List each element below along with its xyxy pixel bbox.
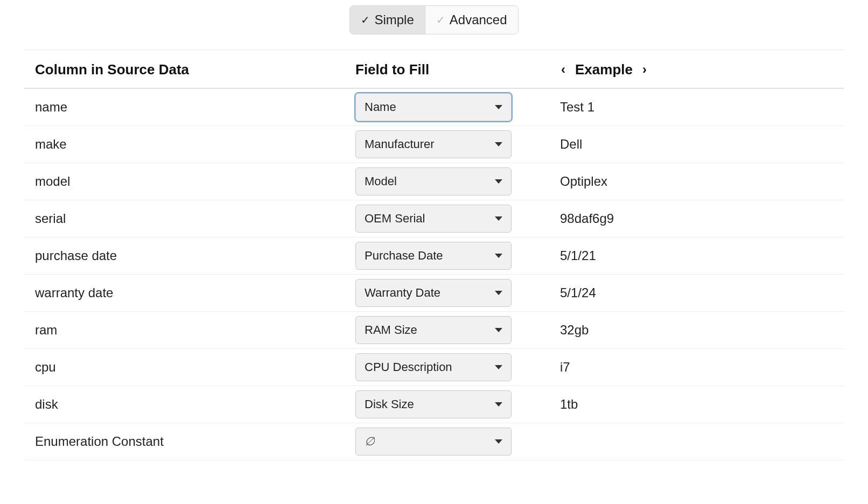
field-select-value: Purchase Date (365, 249, 443, 263)
chevron-down-icon (495, 439, 502, 444)
source-column-label: disk (24, 397, 355, 412)
field-select-value: Name (365, 100, 396, 114)
chevron-down-icon (495, 179, 502, 184)
chevron-down-icon (495, 328, 502, 332)
example-value: i7 (549, 360, 844, 375)
field-select-value: OEM Serial (365, 212, 425, 226)
table-row: Enumeration Constant∅ (24, 423, 844, 460)
source-column-label: purchase date (24, 248, 355, 263)
field-select[interactable]: Disk Size (355, 390, 512, 418)
chevron-down-icon (495, 216, 502, 221)
example-value: 98daf6g9 (549, 211, 844, 226)
table-row: diskDisk Size1tb (24, 386, 844, 423)
source-column-label: ram (24, 323, 355, 338)
example-value: 1tb (549, 397, 844, 412)
table-row: cpuCPU Descriptioni7 (24, 349, 844, 386)
field-select[interactable]: Warranty Date (355, 279, 512, 307)
tab-simple-label: Simple (374, 12, 414, 27)
table-row: purchase datePurchase Date5/1/21 (24, 237, 844, 275)
example-value: 5/1/21 (549, 248, 844, 263)
source-column-label: serial (24, 211, 355, 226)
field-select-value: CPU Description (365, 360, 452, 374)
field-select[interactable]: ∅ (355, 428, 512, 456)
field-select[interactable]: Model (355, 167, 512, 195)
example-next-button[interactable]: › (641, 61, 648, 78)
chevron-down-icon (495, 105, 502, 109)
tab-advanced-label: Advanced (450, 12, 507, 27)
example-value: Test 1 (549, 100, 844, 115)
check-icon: ✓ (436, 15, 445, 25)
example-prev-button[interactable]: ‹ (560, 61, 566, 78)
field-select-value: RAM Size (365, 323, 417, 337)
chevron-down-icon (495, 254, 502, 258)
chevron-down-icon (495, 291, 502, 295)
example-value: 5/1/24 (549, 285, 844, 300)
table-row: makeManufacturerDell (24, 126, 844, 163)
tab-simple[interactable]: ✓ Simple (350, 6, 424, 34)
field-select[interactable]: RAM Size (355, 316, 512, 344)
example-value: 32gb (549, 323, 844, 338)
field-select-value: Disk Size (365, 397, 414, 411)
table-row: warranty dateWarranty Date5/1/24 (24, 275, 844, 312)
chevron-down-icon (495, 142, 502, 146)
example-value: Optiplex (549, 174, 844, 189)
field-select[interactable]: OEM Serial (355, 205, 512, 233)
source-column-label: model (24, 174, 355, 189)
tab-advanced[interactable]: ✓ Advanced (425, 6, 518, 34)
field-select-value: Warranty Date (365, 286, 440, 300)
header-field: Field to Fill (355, 61, 549, 78)
source-column-label: Enumeration Constant (24, 434, 355, 449)
table-row: nameNameTest 1 (24, 89, 844, 126)
mapping-table: Column in Source Data Field to Fill ‹ Ex… (24, 50, 844, 460)
source-column-label: make (24, 137, 355, 152)
field-select[interactable]: Purchase Date (355, 242, 512, 270)
table-row: serialOEM Serial98daf6g9 (24, 200, 844, 237)
field-select[interactable]: Manufacturer (355, 130, 512, 158)
table-row: ramRAM Size32gb (24, 312, 844, 349)
field-select-value: Model (365, 174, 397, 188)
table-header: Column in Source Data Field to Fill ‹ Ex… (24, 50, 844, 89)
source-column-label: name (24, 100, 355, 115)
table-row: modelModelOptiplex (24, 163, 844, 200)
field-select-value: Manufacturer (365, 137, 435, 151)
source-column-label: warranty date (24, 285, 355, 300)
check-icon: ✓ (361, 15, 370, 25)
header-source: Column in Source Data (24, 61, 355, 78)
header-example: Example (575, 61, 633, 78)
chevron-down-icon (495, 365, 502, 369)
field-select-value: ∅ (365, 435, 375, 449)
field-select[interactable]: CPU Description (355, 353, 512, 381)
chevron-down-icon (495, 402, 502, 407)
field-select[interactable]: Name (355, 93, 512, 121)
source-column-label: cpu (24, 360, 355, 375)
mode-toggle: ✓ Simple ✓ Advanced (24, 5, 844, 34)
example-value: Dell (549, 137, 844, 152)
